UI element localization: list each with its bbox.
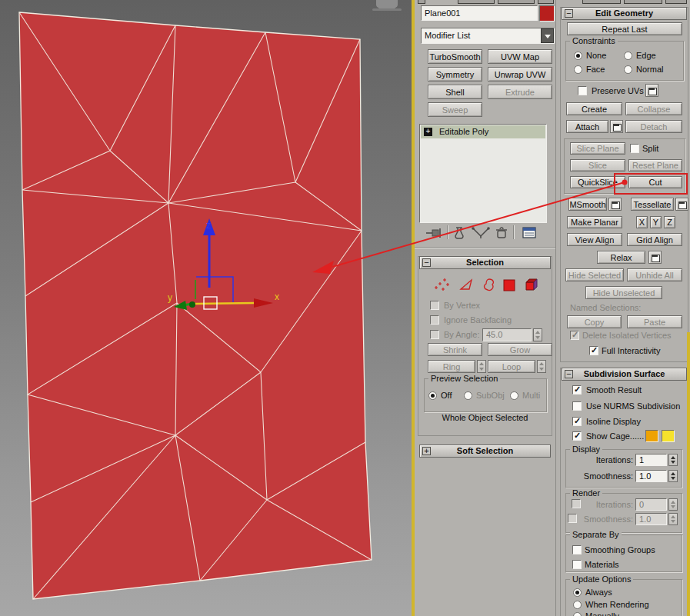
panel-tab[interactable] — [624, 0, 662, 4]
panel-tab[interactable] — [498, 0, 535, 4]
configure-modifier-sets-icon[interactable] — [521, 226, 538, 240]
preview-off-radio[interactable] — [428, 391, 437, 400]
preview-subobj-radio[interactable] — [464, 391, 472, 400]
uvw-map-button[interactable]: UVW Map — [488, 49, 552, 64]
make-planar-y-button[interactable]: Y — [650, 216, 662, 228]
panel-tab[interactable] — [582, 0, 621, 4]
polygon-subobject-icon[interactable] — [503, 279, 516, 292]
preview-multi-radio[interactable] — [510, 391, 518, 400]
show-end-result-icon[interactable] — [453, 226, 465, 240]
subdivision-rollout-header[interactable]: Subdivision Surface — [562, 368, 687, 381]
update-always-radio[interactable] — [573, 588, 582, 597]
constraint-none-radio[interactable] — [574, 52, 582, 60]
symmetry-button[interactable]: Symmetry — [428, 67, 482, 82]
modifier-list-dropdown[interactable]: Modifier List — [421, 28, 555, 44]
modifier-stack-list[interactable]: + Editable Poly — [419, 124, 547, 223]
panel-tab[interactable] — [538, 0, 554, 4]
msmooth-button[interactable]: MSmooth — [568, 198, 607, 211]
editable-poly-object[interactable] — [19, 12, 372, 599]
render-iterations-field[interactable]: 0 — [635, 498, 667, 511]
panel-tab[interactable] — [418, 0, 425, 4]
ring-spinner[interactable] — [477, 360, 486, 373]
display-smoothness-field[interactable]: 1.0 — [635, 470, 667, 482]
border-subobject-icon[interactable] — [481, 278, 496, 293]
edge-subobject-icon[interactable] — [459, 278, 475, 293]
collapse-icon[interactable] — [565, 9, 573, 18]
remove-modifier-icon[interactable] — [495, 226, 508, 240]
make-planar-z-button[interactable]: Z — [664, 216, 675, 228]
update-manually-radio[interactable] — [573, 612, 582, 616]
object-name-field[interactable]: Plane001 — [421, 5, 538, 21]
gizmo-x-axis[interactable] — [192, 303, 254, 304]
constraint-normal-radio[interactable] — [624, 65, 632, 74]
soft-selection-rollout-header[interactable]: Soft Selection — [419, 445, 551, 458]
expand-icon[interactable]: + — [424, 128, 432, 136]
cage-color-swatch-2[interactable] — [662, 430, 675, 442]
tessellate-settings-icon[interactable] — [675, 198, 688, 211]
by-angle-spinner[interactable] — [533, 328, 542, 341]
preview-selection-label: Preview Selection — [428, 374, 500, 383]
display-iterations-spinner[interactable] — [668, 454, 678, 466]
msmooth-settings-icon[interactable] — [608, 198, 622, 211]
use-nurms-checkbox[interactable] — [572, 401, 582, 411]
make-planar-x-button[interactable]: X — [636, 216, 648, 228]
render-iterations-spinner[interactable] — [668, 498, 678, 511]
vertex-subobject-icon[interactable] — [433, 278, 450, 293]
shell-button[interactable]: Shell — [428, 85, 482, 99]
by-angle-field[interactable]: 45.0 — [482, 328, 532, 341]
attach-settings-icon[interactable] — [610, 120, 623, 133]
isoline-display-checkbox[interactable] — [572, 417, 582, 426]
render-smoothness-checkbox[interactable] — [568, 514, 577, 523]
relax-settings-icon[interactable] — [648, 251, 662, 264]
smooth-result-checkbox[interactable] — [572, 385, 582, 395]
view-align-button[interactable]: View Align — [567, 233, 622, 246]
expand-icon[interactable] — [422, 447, 431, 455]
make-unique-icon[interactable] — [470, 226, 492, 240]
cage-color-swatch-1[interactable] — [645, 430, 658, 442]
cut-button[interactable]: Cut — [628, 176, 682, 188]
constraint-face-radio[interactable] — [574, 65, 582, 74]
ignore-backfacing-checkbox[interactable] — [430, 315, 439, 325]
collapse-icon[interactable] — [422, 258, 431, 267]
tessellate-button[interactable]: Tessellate — [631, 198, 674, 211]
grid-align-button[interactable]: Grid Align — [627, 233, 682, 246]
delete-isolated-vertices-checkbox[interactable] — [570, 331, 579, 340]
make-planar-button[interactable]: Make Planar — [567, 216, 622, 228]
split-checkbox[interactable] — [630, 144, 639, 153]
unwrap-uvw-button[interactable]: Unwrap UVW — [488, 67, 552, 82]
edit-geometry-rollout-header[interactable]: Edit Geometry — [562, 7, 687, 20]
pin-stack-icon[interactable] — [425, 226, 444, 240]
collapse-icon[interactable] — [565, 370, 573, 378]
by-vertex-checkbox[interactable] — [430, 301, 439, 310]
quickslice-button[interactable]: QuickSlice — [570, 176, 625, 188]
element-subobject-icon[interactable] — [524, 277, 540, 291]
display-smoothness-spinner[interactable] — [668, 470, 678, 482]
stack-item-editable-poly[interactable]: + Editable Poly — [421, 125, 545, 138]
repeat-last-button[interactable]: Repeat Last — [567, 22, 682, 35]
display-iterations-field[interactable]: 1 — [635, 454, 667, 466]
materials-checkbox[interactable] — [572, 560, 582, 569]
selection-rollout-header[interactable]: Selection — [419, 256, 551, 269]
render-smoothness-spinner[interactable] — [668, 513, 678, 525]
render-smoothness-field[interactable]: 1.0 — [635, 513, 667, 525]
turbosmooth-button[interactable]: TurboSmooth — [428, 49, 482, 64]
object-color-swatch[interactable] — [539, 5, 555, 22]
panel-tab[interactable] — [458, 0, 495, 4]
render-iterations-checkbox[interactable] — [572, 499, 581, 508]
smoothing-groups-checkbox[interactable] — [572, 545, 582, 554]
create-button[interactable]: Create — [566, 102, 622, 115]
preserve-uvs-checkbox[interactable] — [578, 86, 587, 95]
dropdown-arrow-icon[interactable] — [541, 28, 554, 43]
attach-button[interactable]: Attach — [566, 120, 608, 133]
update-when-rendering-radio[interactable] — [573, 601, 582, 609]
relax-button[interactable]: Relax — [597, 251, 645, 264]
constraint-edge-radio[interactable] — [624, 52, 632, 60]
full-interactivity-checkbox[interactable] — [589, 346, 598, 355]
preserve-uvs-settings-icon[interactable] — [645, 84, 658, 97]
show-cage-checkbox[interactable] — [572, 431, 582, 441]
panel-tab[interactable] — [665, 0, 687, 4]
perspective-viewport[interactable]: z x y — [0, 0, 412, 616]
teapot-icon — [372, 0, 402, 11]
by-angle-checkbox[interactable] — [430, 330, 439, 339]
loop-spinner[interactable] — [537, 360, 546, 373]
